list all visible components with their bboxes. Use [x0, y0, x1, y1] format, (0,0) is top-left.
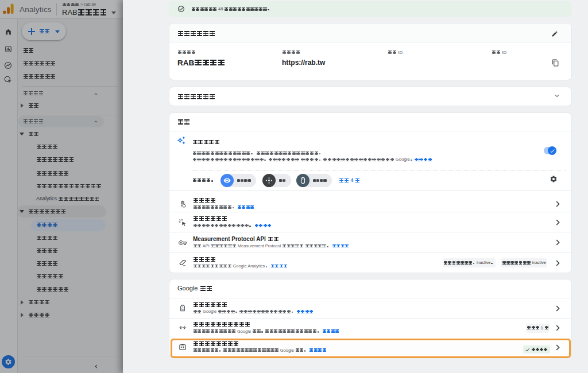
svg-text:G: G — [181, 308, 184, 310]
